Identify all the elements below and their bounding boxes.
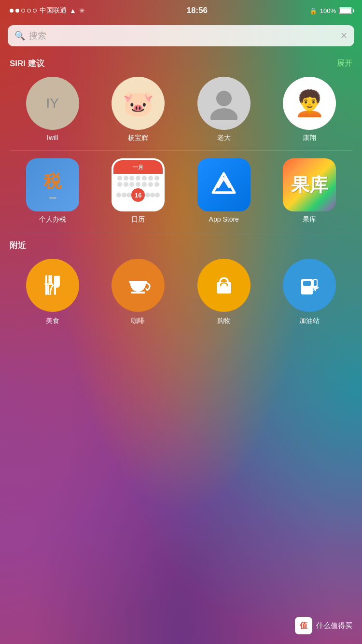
- siri-header: SIRI 建议 展开: [10, 58, 352, 69]
- watermark-text: 什么值得买: [316, 621, 352, 630]
- search-icon: 🔍: [14, 30, 25, 41]
- activity-icon: ✳: [79, 7, 85, 14]
- siri-section: SIRI 建议 展开 IY Iwill 🐷 杨宝辉 老大 🧑‍🦱: [0, 52, 362, 232]
- svg-rect-9: [47, 285, 49, 295]
- battery-fill: [340, 8, 351, 13]
- contacts-row: IY Iwill 🐷 杨宝辉 老大 🧑‍🦱 康翔: [10, 77, 352, 151]
- clock: 18:56: [187, 6, 208, 15]
- app-icon-guoku: 果库: [283, 158, 336, 211]
- carrier-label: 中国联通: [40, 6, 67, 15]
- app-name-calendar: 日历: [131, 215, 145, 224]
- search-bar[interactable]: 🔍 搜索 ✕: [8, 25, 354, 46]
- svg-point-1: [210, 108, 237, 120]
- contact-name-yangbaohui: 杨宝辉: [128, 134, 148, 142]
- search-placeholder: 搜索: [29, 30, 336, 42]
- nearby-row: 美食 咖啡 购物: [10, 259, 352, 325]
- lock-icon: 🔒: [309, 7, 317, 14]
- status-left: 中国联通 ▲ ✳: [10, 6, 85, 15]
- wifi-icon: ▲: [70, 7, 76, 14]
- nearby-name-shopping: 购物: [217, 317, 231, 325]
- svg-rect-12: [131, 292, 145, 294]
- dot-2: [15, 9, 19, 13]
- svg-rect-17: [314, 280, 317, 286]
- search-input-wrap[interactable]: 🔍 搜索 ✕: [8, 25, 354, 46]
- battery-bar: [339, 7, 352, 14]
- expand-button[interactable]: 展开: [337, 58, 352, 69]
- app-icon-appstore: [197, 158, 251, 211]
- calendar-row-3: 16: [116, 188, 160, 202]
- nearby-icon-food: [26, 259, 79, 312]
- nearby-icon-shopping: [197, 259, 251, 312]
- battery-icon: [339, 7, 352, 14]
- appstore-logo-svg: [208, 169, 239, 201]
- nearby-icon-gas: [283, 259, 336, 312]
- app-guoku[interactable]: 果库 果库: [283, 158, 336, 224]
- contact-name-laoda: 老大: [217, 134, 231, 142]
- avatar-iwill: IY: [26, 77, 79, 130]
- apps-row: 税 ══ 个人办税 一月: [10, 151, 352, 232]
- tax-icon-inner: 税 ══: [44, 170, 61, 200]
- app-calendar[interactable]: 一月: [111, 158, 165, 224]
- calendar-header: 一月: [113, 160, 163, 174]
- app-name-tax: 个人办税: [39, 215, 66, 224]
- battery-percent: 100%: [320, 7, 336, 14]
- dot-5: [33, 9, 37, 13]
- nearby-coffee[interactable]: 咖啡: [111, 259, 165, 325]
- nearby-title: 附近: [10, 240, 352, 251]
- calendar-inner: 一月: [111, 158, 165, 211]
- nearby-name-coffee: 咖啡: [131, 317, 145, 325]
- svg-point-0: [216, 91, 232, 106]
- signal-dots: [10, 9, 37, 13]
- app-tax[interactable]: 税 ══ 个人办税: [26, 158, 79, 224]
- app-icon-tax: 税 ══: [26, 158, 79, 211]
- app-name-appstore: App Store: [209, 215, 239, 223]
- dot-4: [27, 9, 31, 13]
- contact-yangbaohui[interactable]: 🐷 杨宝辉: [111, 77, 165, 142]
- app-appstore[interactable]: App Store: [197, 158, 251, 224]
- contact-iwill[interactable]: IY Iwill: [26, 77, 79, 142]
- contact-laoda[interactable]: 老大: [197, 77, 251, 142]
- search-clear-icon[interactable]: ✕: [340, 30, 348, 41]
- svg-rect-8: [44, 283, 52, 285]
- nearby-gas[interactable]: 加油站: [283, 259, 336, 325]
- nearby-icon-coffee: [111, 259, 165, 312]
- contact-kangxiang[interactable]: 🧑‍🦱 康翔: [283, 77, 336, 142]
- nearby-name-food: 美食: [46, 317, 59, 325]
- dot-3: [21, 9, 25, 13]
- status-right: 🔒 100%: [309, 7, 352, 14]
- calendar-row-1: [116, 176, 160, 181]
- nearby-name-gas: 加油站: [299, 317, 320, 325]
- watermark: 值 什么值得买: [295, 617, 352, 634]
- watermark-logo: 值: [295, 617, 312, 634]
- status-bar: 中国联通 ▲ ✳ 18:56 🔒 100%: [0, 0, 362, 21]
- calendar-row-2: [116, 182, 160, 187]
- svg-rect-13: [217, 282, 231, 294]
- nearby-section: 附近 美食: [0, 232, 362, 325]
- siri-title: SIRI 建议: [10, 58, 44, 69]
- avatar-laoda: [197, 77, 251, 130]
- svg-rect-11: [129, 281, 147, 283]
- svg-rect-15: [303, 281, 311, 286]
- nearby-food[interactable]: 美食: [26, 259, 79, 325]
- app-icon-calendar: 一月: [111, 158, 165, 211]
- contact-name-kangxiang: 康翔: [303, 134, 316, 142]
- app-name-guoku: 果库: [303, 215, 316, 224]
- dot-1: [10, 9, 14, 13]
- avatar-kangxiang: 🧑‍🦱: [283, 77, 336, 130]
- avatar-yangbaohui: 🐷: [111, 77, 165, 130]
- nearby-shopping[interactable]: 购物: [197, 259, 251, 325]
- contact-name-iwill: Iwill: [47, 134, 58, 141]
- calendar-grid: 16: [113, 174, 163, 210]
